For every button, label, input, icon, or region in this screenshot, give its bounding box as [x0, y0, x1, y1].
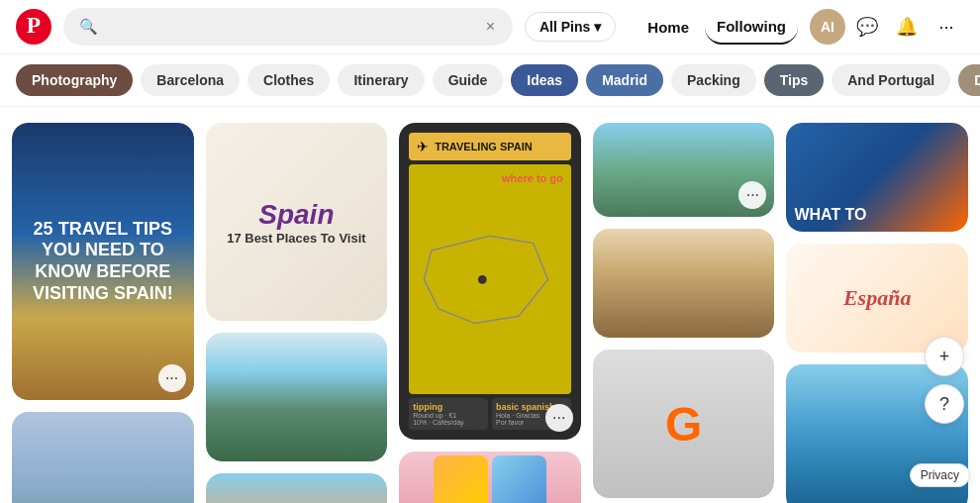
category-madrid[interactable]: Madrid [586, 64, 663, 96]
pin-subtitle: 17 Best Places To Visit [227, 231, 365, 246]
search-bar: 🔍 travel spain × [63, 8, 513, 46]
category-bar: Photography Barcelona Clothes Itinerary … [0, 54, 980, 107]
header: P 🔍 travel spain × All Pins ▾ Home Follo… [0, 0, 980, 54]
pin-card[interactable] [206, 333, 388, 461]
pin-card[interactable]: ✈ Traveling Spain where to go tipping Ro… [399, 123, 581, 440]
nav-home[interactable]: Home [636, 11, 701, 44]
svg-point-3 [478, 275, 487, 284]
category-clothes[interactable]: Clothes [247, 64, 330, 96]
pinterest-logo[interactable]: P [16, 9, 51, 45]
all-pins-label: All Pins [539, 19, 590, 35]
messages-button[interactable]: 💬 [849, 9, 885, 45]
pin-title: 25 Travel Tips You Need To Know Before V… [28, 219, 178, 304]
header-icons: AI 💬 🔔 ··· [810, 9, 964, 45]
all-pins-button[interactable]: All Pins ▾ [525, 12, 616, 42]
pin-title: What To [794, 206, 866, 224]
category-destinations[interactable]: Destinations [958, 64, 980, 96]
search-icon: 🔍 [79, 18, 98, 36]
category-and-portugal[interactable]: And Portugal [832, 64, 950, 96]
pin-title: Spain [258, 199, 334, 231]
pin-where-to-go: where to go [502, 172, 563, 184]
more-options-button[interactable]: ··· [929, 9, 964, 45]
pin-grid: 25 Travel Tips You Need To Know Before V… [12, 123, 968, 503]
pin-tipping: tipping [413, 402, 484, 412]
avatar[interactable]: AI [810, 9, 845, 45]
clear-search-button[interactable]: × [484, 16, 497, 38]
main-content: 25 Travel Tips You Need To Know Before V… [0, 107, 980, 503]
pin-title: Traveling Spain [435, 141, 533, 152]
chevron-down-icon: ▾ [594, 19, 601, 35]
nav-following[interactable]: Following [705, 10, 798, 45]
category-guide[interactable]: Guide [433, 64, 504, 96]
pin-card[interactable]: ··· [593, 123, 775, 217]
pin-card[interactable]: G [593, 350, 775, 498]
pin-card[interactable]: 25 Travel Tips You Need To Know Before V… [12, 123, 194, 400]
nav-links: Home Following [636, 10, 798, 45]
privacy-button[interactable]: Privacy [910, 463, 970, 487]
pin-letter: G [665, 397, 702, 452]
sidebar-actions: + ? [925, 337, 964, 424]
pin-more-options[interactable]: ··· [158, 364, 186, 392]
category-barcelona[interactable]: Barcelona [141, 64, 240, 96]
search-input[interactable]: travel spain [106, 19, 476, 36]
pin-card[interactable] [593, 229, 775, 338]
pin-card[interactable]: What To [786, 123, 968, 232]
category-tips[interactable]: Tips [764, 64, 825, 96]
pin-card[interactable]: Spain 17 Best Places To Visit [206, 123, 388, 321]
notifications-button[interactable]: 🔔 [889, 9, 925, 45]
pin-card[interactable] [206, 473, 388, 503]
svg-text:P: P [27, 12, 41, 38]
pin-more-options[interactable]: ··· [545, 404, 573, 432]
help-button[interactable]: ? [925, 384, 964, 424]
pin-card[interactable]: The 10 Most Beautiful Towns In Spain cul… [12, 412, 194, 503]
category-itinerary[interactable]: Itinerary [338, 64, 424, 96]
zoom-in-button[interactable]: + [925, 337, 964, 376]
pin-card[interactable]: Nine Days In Spain ··· [399, 452, 581, 503]
category-ideas[interactable]: Ideas [511, 64, 578, 96]
category-packing[interactable]: Packing [671, 64, 756, 96]
category-photography[interactable]: Photography [16, 64, 133, 96]
